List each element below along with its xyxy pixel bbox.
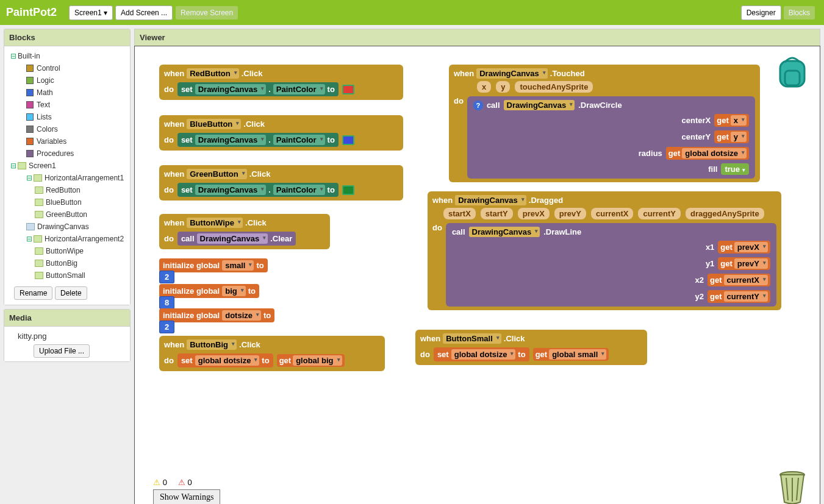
redbutton-node[interactable]: RedButton [9, 184, 125, 196]
blocks-canvas[interactable]: whenRedButton.Click do setDrawingCanvas.… [134, 46, 820, 504]
builtin-lists[interactable]: Lists [9, 111, 125, 123]
error-icon: ⚠ [178, 478, 185, 487]
buttonwipe-node[interactable]: ButtonWipe [9, 245, 125, 257]
svg-rect-1 [785, 71, 800, 85]
upload-file-button[interactable]: Upload File ... [34, 344, 90, 358]
greenbutton-node[interactable]: GreenButton [9, 208, 125, 221]
blocks-tab[interactable]: Blocks [784, 5, 815, 20]
remove-screen-button[interactable]: Remove Screen [175, 5, 238, 20]
builtin-logic[interactable]: Logic [9, 74, 125, 87]
builtin-colors[interactable]: Colors [9, 123, 125, 135]
buttonbig-node[interactable]: ButtonBig [9, 257, 125, 269]
color-green[interactable] [342, 185, 354, 195]
builtin-variables[interactable]: Variables [9, 135, 125, 147]
color-red[interactable] [342, 85, 354, 94]
block-redbutton-click[interactable]: whenRedButton.Click do setDrawingCanvas.… [159, 65, 403, 100]
trash-icon[interactable] [777, 469, 808, 504]
block-init-small[interactable]: initialize globalsmallto 2 [159, 258, 268, 282]
ha1-node[interactable]: ⊟HorizontalArrangement1 [9, 172, 125, 184]
block-init-dotsize[interactable]: initialize globaldotsizeto 2 [159, 308, 274, 332]
screen1-node[interactable]: ⊟Screen1 [9, 160, 125, 172]
media-file[interactable]: kitty.png [9, 330, 125, 344]
block-greenbutton-click[interactable]: whenGreenButton.Click do setDrawingCanva… [159, 165, 403, 201]
bluebutton-node[interactable]: BlueButton [9, 196, 125, 208]
warning-icon: ⚠ [153, 478, 160, 487]
block-bluebutton-click[interactable]: whenBlueButton.Click do setDrawingCanvas… [159, 115, 403, 151]
app-title: PaintPot2 [6, 6, 57, 19]
block-buttonsmall-click[interactable]: whenButtonSmall.Click do setglobal dotsi… [415, 330, 647, 365]
builtin-node[interactable]: ⊟Built-in [9, 50, 125, 62]
media-panel: Media kitty.png Upload File ... [4, 309, 131, 362]
warnings-area: ⚠ 0 ⚠ 0 Show Warnings [153, 478, 220, 504]
builtin-procedures[interactable]: Procedures [9, 147, 125, 160]
rename-button[interactable]: Rename [14, 286, 52, 300]
buttonsmall-node[interactable]: ButtonSmall [9, 269, 125, 282]
builtin-text[interactable]: Text [9, 99, 125, 111]
media-panel-title: Media [4, 310, 130, 327]
ha2-node[interactable]: ⊟HorizontalArrangement2 [9, 233, 125, 245]
show-warnings-button[interactable]: Show Warnings [153, 489, 220, 504]
screen-dropdown[interactable]: Screen1 ▾ [69, 5, 113, 20]
color-blue[interactable] [342, 135, 354, 145]
viewer-title: Viewer [134, 29, 820, 46]
delete-button[interactable]: Delete [55, 286, 87, 300]
builtin-math[interactable]: Math [9, 87, 125, 99]
block-buttonbig-click[interactable]: whenButtonBig.Click do setglobal dotsize… [159, 336, 385, 371]
block-buttonwipe-click[interactable]: whenButtonWipe.Click do callDrawingCanva… [159, 214, 330, 249]
backpack-icon[interactable] [774, 52, 811, 89]
designer-tab[interactable]: Designer [741, 5, 781, 20]
add-screen-button[interactable]: Add Screen ... [115, 5, 173, 20]
blocks-panel-title: Blocks [4, 29, 130, 46]
canvas-node[interactable]: DrawingCanvas [9, 221, 125, 233]
block-canvas-dragged[interactable]: whenDrawingCanvas.Dragged startX startY … [428, 191, 781, 310]
blocks-panel: Blocks ⊟Built-in ControlLogicMathTextLis… [4, 29, 131, 305]
top-bar: PaintPot2 Screen1 ▾ Add Screen ... Remov… [0, 0, 824, 25]
builtin-control[interactable]: Control [9, 62, 125, 74]
block-init-big[interactable]: initialize globalbigto 8 [159, 284, 259, 307]
block-canvas-touched[interactable]: whenDrawingCanvas.Touched x y touchedAny… [449, 65, 760, 182]
help-icon[interactable]: ? [473, 101, 483, 110]
